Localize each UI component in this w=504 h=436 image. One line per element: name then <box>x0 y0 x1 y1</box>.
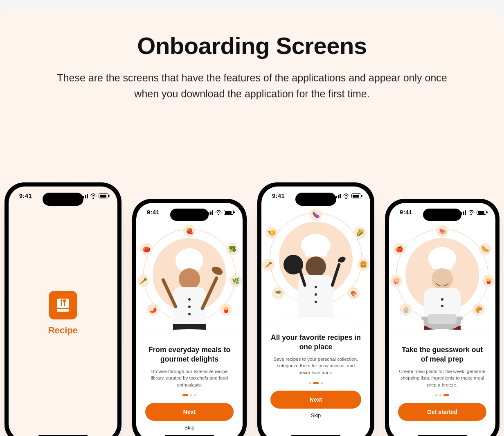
wifi-icon <box>343 193 349 198</box>
status-time: 9:41 <box>400 209 412 216</box>
status-time: 9:41 <box>19 193 32 199</box>
page-dots <box>309 382 323 384</box>
app-icon <box>49 291 77 319</box>
svg-point-3 <box>61 299 63 301</box>
dynamic-island <box>295 193 336 206</box>
svg-point-22 <box>315 286 317 288</box>
battery-icon <box>477 210 486 215</box>
get-started-button[interactable]: Get started <box>398 403 486 421</box>
food-bubble-icon: 🍔 <box>357 258 369 271</box>
phone-onboarding-3: 9:41 🍉 🌭 🍟 🥐 🧁 🍿 🍎 <box>385 199 500 436</box>
onboarding-title: From everyday meals to gourmet delights <box>145 345 234 364</box>
svg-rect-32 <box>421 317 427 320</box>
status-indicators <box>334 193 362 198</box>
onboarding-panel: All your favorite recipes in one place S… <box>261 328 370 418</box>
svg-rect-33 <box>457 317 463 320</box>
onboarding-illustration: 🍉 🌭 🍟 🥐 🧁 🍿 🍎 <box>389 222 495 340</box>
status-indicators <box>207 210 234 215</box>
svg-point-27 <box>432 268 453 290</box>
battery-icon <box>224 210 234 215</box>
svg-rect-31 <box>428 314 457 324</box>
status-time: 9:41 <box>272 193 285 199</box>
phones-row: 9:41 <box>0 150 504 436</box>
svg-point-35 <box>441 305 443 307</box>
dot <box>435 394 437 396</box>
dot-active <box>182 394 188 396</box>
dynamic-island <box>423 209 461 221</box>
svg-point-34 <box>441 298 443 301</box>
food-bubble-icon: 🌿 <box>230 275 242 287</box>
svg-point-12 <box>188 298 191 301</box>
onboarding-panel: Take the guesswork out of meal prep Crea… <box>389 340 495 421</box>
dynamic-island <box>170 209 209 221</box>
dot <box>194 394 196 396</box>
food-bubble-icon: 🍓 <box>183 225 196 237</box>
onboarding-illustration: 🍆 🌽 🍔 🍖 🥗 🥕 🍤 <box>261 205 370 328</box>
dot-active <box>313 382 319 384</box>
next-button[interactable]: Next <box>270 391 361 409</box>
wifi-icon <box>215 210 222 215</box>
onboarding-desc: Create meal plans for the week, generate… <box>398 368 486 389</box>
svg-rect-1 <box>57 308 69 309</box>
onboarding-illustration: 🍓 🥦 🌿 🍟 🌶️ 🥕 🍅 <box>136 222 243 340</box>
dynamic-island <box>43 193 83 206</box>
onboarding-panel: From everyday meals to gourmet delights … <box>136 340 243 431</box>
page-subtitle: These are the screens that have the feat… <box>56 70 448 102</box>
page-title: Onboarding Screens <box>0 32 504 59</box>
app-name: Recipe <box>48 325 78 336</box>
svg-point-13 <box>188 306 191 308</box>
svg-point-14 <box>188 313 191 315</box>
phone-onboarding-1: 9:41 🍓 🥦 🌿 🍟 🌶️ 🥕 🍅 <box>132 199 247 436</box>
page-dots <box>435 394 449 396</box>
food-bubble-icon: 🍤 <box>266 227 278 239</box>
onboarding-title: Take the guesswork out of meal prep <box>398 345 486 364</box>
food-bubble-icon: 🌽 <box>354 227 366 239</box>
dot <box>321 382 323 384</box>
status-indicators <box>81 193 109 198</box>
onboarding-title: All your favorite recipes in one place <box>270 333 361 352</box>
dot <box>439 394 441 396</box>
next-button[interactable]: Next <box>145 403 234 421</box>
phone-splash: 9:41 <box>4 182 122 436</box>
status-indicators <box>459 210 487 215</box>
wifi-icon <box>468 210 475 215</box>
svg-point-24 <box>315 301 317 303</box>
svg-point-17 <box>306 256 326 277</box>
phone-onboarding-2: 9:41 🍆 🌽 🍔 🍖 🥗 🥕 🍤 <box>257 182 374 436</box>
onboarding-desc: Browse through our extensive recipe libr… <box>145 368 234 389</box>
wifi-icon <box>90 193 97 198</box>
skip-button[interactable]: Skip <box>311 413 321 418</box>
svg-rect-26 <box>432 262 452 269</box>
page-dots <box>182 394 196 396</box>
svg-rect-2 <box>57 310 69 312</box>
dot-active <box>443 394 449 396</box>
food-bubble-icon: 🍉 <box>436 225 448 237</box>
food-bubble-icon: 🍟 <box>482 275 495 287</box>
svg-point-23 <box>315 293 317 296</box>
onboarding-desc: Save recipes to your personal collection… <box>270 356 361 376</box>
canvas: Onboarding Screens These are the screens… <box>0 8 504 436</box>
status-time: 9:41 <box>147 209 160 216</box>
svg-point-6 <box>179 268 200 290</box>
dot <box>190 394 192 396</box>
food-bubble-icon: 🍆 <box>310 209 322 221</box>
splash-content: Recipe <box>9 187 117 436</box>
food-bubble-icon: 🥕 <box>137 275 149 287</box>
food-bubble-icon: 🍿 <box>390 275 402 287</box>
skip-button[interactable]: Skip <box>184 425 194 431</box>
svg-point-10 <box>211 265 224 276</box>
dot <box>309 382 311 384</box>
svg-rect-21 <box>331 263 341 287</box>
food-bubble-icon: 🥕 <box>262 258 274 271</box>
battery-icon <box>99 193 108 198</box>
svg-rect-16 <box>305 248 327 256</box>
battery-icon <box>351 193 361 198</box>
